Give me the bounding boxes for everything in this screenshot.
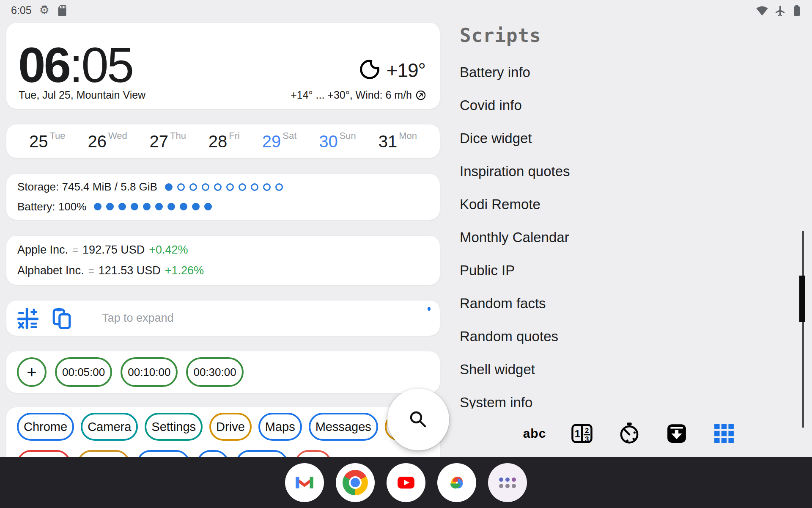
dock-photos-icon[interactable] bbox=[437, 463, 476, 502]
dock-app-drawer-icon[interactable] bbox=[488, 463, 527, 502]
battery-full-icon bbox=[792, 5, 802, 17]
storage-dots bbox=[165, 183, 283, 191]
meter-dot-empty bbox=[275, 183, 283, 191]
timer-preset-button[interactable]: 00:30:00 bbox=[186, 357, 243, 387]
script-item[interactable]: System info bbox=[460, 395, 756, 409]
script-item[interactable]: Shell widget bbox=[460, 362, 756, 377]
import-box-icon[interactable] bbox=[665, 422, 689, 445]
current-temp: +19° bbox=[387, 59, 425, 82]
script-item[interactable]: Inspiration quotes bbox=[460, 164, 756, 179]
moon-icon bbox=[357, 58, 381, 82]
week-day-sun[interactable]: 30Sun bbox=[319, 133, 356, 150]
script-item[interactable]: Random facts bbox=[460, 296, 756, 311]
week-day-number: 31 bbox=[379, 133, 398, 150]
app-shortcut-settings[interactable]: Settings bbox=[145, 413, 203, 441]
app-shortcut-maps[interactable]: Maps bbox=[258, 413, 302, 441]
search-fab[interactable] bbox=[387, 389, 449, 450]
storage-battery-widget[interactable]: Storage: 745.4 MiB / 5.8 GiB Battery: 10… bbox=[6, 174, 440, 220]
clock-weather-widget[interactable]: 06:05 +19° Tue, Jul 25, Mountain View +1… bbox=[6, 23, 440, 109]
meter-dot-filled bbox=[192, 203, 200, 210]
calculator-widget[interactable]: Tap to expand bbox=[6, 301, 440, 336]
stock-name: Apple Inc. bbox=[17, 243, 68, 257]
timer-preset-button[interactable]: 00:05:00 bbox=[55, 357, 112, 387]
meter-dot-filled bbox=[143, 203, 151, 210]
meter-dot-filled bbox=[204, 203, 212, 210]
script-item[interactable]: Monthly Calendar bbox=[460, 230, 756, 245]
sd-card-icon bbox=[57, 5, 67, 17]
stock-row: Alphabet Inc.=121.53 USD+1.26% bbox=[6, 264, 440, 277]
stocks-widget[interactable]: Apple Inc.=192.75 USD+0.42%Alphabet Inc.… bbox=[6, 236, 440, 285]
week-day-abbr: Tue bbox=[50, 130, 66, 141]
stock-name: Alphabet Inc. bbox=[17, 264, 84, 277]
system-update-gear-icon: ⚙ bbox=[39, 5, 49, 16]
timer-widget[interactable]: + 00:05:0000:10:0000:30:00 bbox=[6, 351, 440, 393]
stock-change: +1.26% bbox=[165, 264, 204, 277]
week-row: 25Tue26Wed27Thu28Fri29Sat30Sun31Mon bbox=[6, 124, 440, 158]
week-day-fri[interactable]: 28Fri bbox=[208, 133, 240, 150]
meter-dot-empty bbox=[214, 183, 222, 191]
stock-change: +0.42% bbox=[149, 243, 188, 257]
dock-gmail-icon[interactable] bbox=[285, 463, 324, 502]
abc-text-icon[interactable]: abc bbox=[523, 422, 546, 445]
app-pill-row-1: ChromeCameraSettingsDriveMapsMessagesPh bbox=[6, 407, 440, 441]
script-item[interactable]: Covid info bbox=[460, 98, 756, 113]
date-location: Tue, Jul 25, Mountain View bbox=[19, 89, 145, 101]
week-day-abbr: Sat bbox=[283, 130, 296, 141]
week-day-thu[interactable]: 27Thu bbox=[150, 133, 186, 150]
meter-dot-empty bbox=[226, 183, 234, 191]
app-shortcut-chrome[interactable]: Chrome bbox=[17, 413, 74, 441]
scripts-list: Battery infoCovid infoDice widgetInspira… bbox=[460, 65, 756, 409]
app-shortcut-drive[interactable]: Drive bbox=[209, 413, 252, 441]
meter-dot-filled bbox=[106, 203, 114, 210]
week-day-abbr: Thu bbox=[170, 130, 186, 141]
add-timer-button[interactable]: + bbox=[17, 357, 47, 387]
status-time: 6:05 bbox=[11, 4, 32, 17]
app-shortcut-messages[interactable]: Messages bbox=[309, 413, 378, 441]
week-day-number: 29 bbox=[262, 133, 281, 150]
weather-current[interactable]: +19° bbox=[357, 58, 425, 82]
clock-footer: Tue, Jul 25, Mountain View +14° ... +30°… bbox=[19, 89, 426, 101]
svg-text:2: 2 bbox=[585, 427, 589, 435]
timer-icon[interactable] bbox=[617, 422, 641, 445]
scrollbar-track[interactable] bbox=[802, 231, 804, 428]
clipboard-copy-icon[interactable] bbox=[51, 308, 72, 329]
timer-presets: 00:05:0000:10:0000:30:00 bbox=[55, 357, 244, 387]
calculator-hint[interactable]: Tap to expand bbox=[102, 312, 174, 325]
week-day-abbr: Fri bbox=[229, 130, 240, 141]
scrollbar-thumb[interactable] bbox=[799, 276, 805, 322]
scripts-panel-title: Scripts bbox=[460, 25, 541, 46]
dock-chrome-icon[interactable] bbox=[336, 463, 375, 502]
week-day-sat[interactable]: 29Sat bbox=[262, 133, 297, 150]
week-day-tue[interactable]: 25Tue bbox=[29, 133, 66, 150]
calculator-icon[interactable] bbox=[17, 308, 38, 329]
android-home-screen: 6:05 ⚙ 06:05 bbox=[0, 0, 812, 508]
meter-dot-empty bbox=[202, 183, 209, 191]
battery-label: Battery: 100% bbox=[17, 200, 86, 213]
clock-hour: 06 bbox=[18, 38, 69, 93]
apps-grid-icon[interactable] bbox=[712, 422, 736, 445]
wind-direction-icon bbox=[415, 90, 426, 101]
widget-toolbar: abc 1 2 3 bbox=[523, 422, 736, 445]
meter-dot-filled bbox=[165, 183, 173, 191]
meter-dot-filled bbox=[180, 203, 187, 210]
status-bar-right bbox=[756, 0, 802, 21]
dock-youtube-icon[interactable] bbox=[387, 463, 425, 502]
magnifier-icon bbox=[408, 409, 428, 430]
meter-dot-filled bbox=[155, 203, 163, 210]
script-item[interactable]: Battery info bbox=[460, 65, 756, 80]
week-day-mon[interactable]: 31Mon bbox=[379, 133, 417, 150]
week-day-wed[interactable]: 26Wed bbox=[88, 133, 127, 150]
timer-preset-button[interactable]: 00:10:00 bbox=[121, 357, 178, 387]
week-widget[interactable]: 25Tue26Wed27Thu28Fri29Sat30Sun31Mon bbox=[6, 124, 440, 158]
meter-dot-empty bbox=[189, 183, 197, 191]
script-item[interactable]: Public IP bbox=[460, 263, 756, 278]
meter-dot-empty bbox=[239, 183, 246, 191]
week-day-number: 27 bbox=[150, 133, 169, 150]
weather-details: +14° ... +30°, Wind: 6 m/h bbox=[291, 89, 426, 101]
script-item[interactable]: Random quotes bbox=[460, 329, 756, 344]
script-item[interactable]: Kodi Remote bbox=[460, 197, 756, 212]
script-item[interactable]: Dice widget bbox=[460, 131, 756, 146]
numbers-123-icon[interactable]: 1 2 3 bbox=[570, 422, 594, 445]
app-shortcut-camera[interactable]: Camera bbox=[81, 413, 138, 441]
storage-row: Storage: 745.4 MiB / 5.8 GiB bbox=[6, 180, 440, 193]
